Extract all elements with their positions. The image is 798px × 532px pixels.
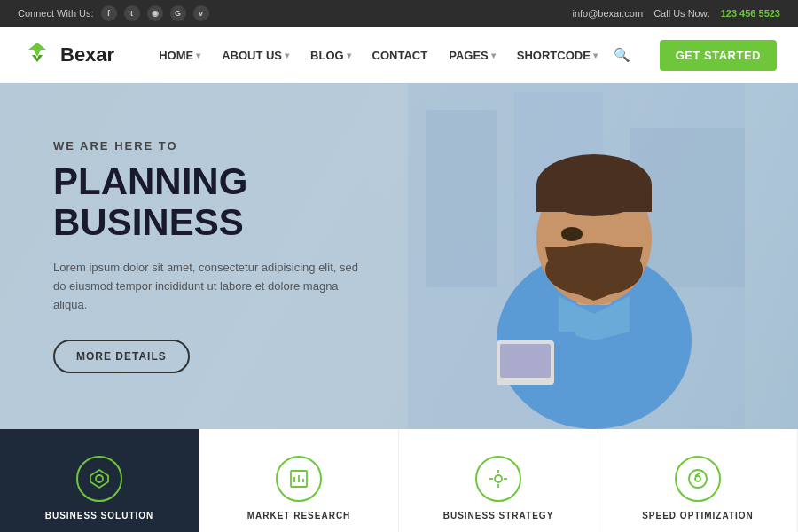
svg-marker-14 [90, 470, 108, 488]
connect-label: Connect With Us: [18, 8, 94, 19]
header: Bexar HOME ABOUT US BLOG CONTACT PAGES S… [0, 27, 798, 83]
card-label-0: BUSINESS SOLUTION [45, 511, 154, 520]
nav-shortcode[interactable]: SHORTCODE [508, 42, 606, 69]
more-details-button[interactable]: MORE DETAILS [53, 340, 190, 373]
nav-pages[interactable]: PAGES [440, 42, 505, 69]
card-label-2: BUSINESS STRATEGY [443, 511, 554, 520]
card-label-3: SPEED OPTIMIZATION [642, 511, 754, 520]
social-facebook[interactable]: f [101, 5, 117, 21]
top-bar-right: info@bexar.com Call Us Now: 123 456 5523 [572, 8, 780, 19]
nav-about[interactable]: ABOUT US [213, 42, 298, 69]
speed-optimization-icon [675, 456, 721, 502]
social-twitter[interactable]: t [124, 5, 140, 21]
business-strategy-icon [475, 456, 521, 502]
market-research-icon [276, 456, 322, 502]
card-market-research: MARKET RESEARCH [200, 429, 399, 532]
business-solution-icon [76, 456, 122, 502]
hero-description: Lorem ipsum dolor sit amet, consectetur … [53, 259, 372, 314]
call-label: Call Us Now: [653, 8, 710, 19]
email-label: info@bexar.com [572, 8, 643, 19]
hero-title: PLANNING BUSINESS [53, 161, 390, 243]
cards-section: BUSINESS SOLUTION MARKET RESEARCH BUSINE… [0, 429, 798, 532]
phone-number: 123 456 5523 [721, 8, 780, 19]
nav-home[interactable]: HOME [150, 42, 209, 69]
hero-content: WE ARE HERE TO PLANNING BUSINESS Lorem i… [0, 139, 443, 373]
get-started-button[interactable]: GET STARTED [660, 40, 777, 71]
main-nav: HOME ABOUT US BLOG CONTACT PAGES SHORTCO… [150, 42, 633, 69]
svg-rect-8 [536, 185, 652, 212]
hero-section: WE ARE HERE TO PLANNING BUSINESS Lorem i… [0, 83, 798, 429]
top-bar-left: Connect With Us: f t ◉ G v [18, 5, 209, 21]
search-icon[interactable]: 🔍 [614, 47, 630, 63]
svg-point-25 [695, 476, 700, 481]
card-label-1: MARKET RESEARCH [247, 511, 351, 520]
card-speed-optimization: SPEED OPTIMIZATION [598, 429, 798, 532]
logo-icon [21, 39, 53, 71]
logo-text: Bexar [60, 43, 114, 66]
card-business-solution: BUSINESS SOLUTION [0, 429, 200, 532]
social-vimeo[interactable]: v [193, 5, 209, 21]
social-rss[interactable]: ◉ [147, 5, 163, 21]
svg-point-10 [561, 227, 583, 241]
hero-person-image [408, 83, 745, 429]
top-bar: Connect With Us: f t ◉ G v info@bexar.co… [0, 0, 798, 27]
person-svg [408, 83, 745, 429]
hero-subtitle: WE ARE HERE TO [53, 139, 390, 153]
nav-blog[interactable]: BLOG [301, 42, 360, 69]
svg-point-15 [96, 475, 103, 482]
social-google[interactable]: G [170, 5, 186, 21]
svg-rect-13 [500, 344, 551, 378]
svg-point-20 [495, 475, 502, 482]
logo[interactable]: Bexar [21, 39, 114, 71]
nav-contact[interactable]: CONTACT [364, 42, 437, 69]
card-business-strategy: BUSINESS STRATEGY [399, 429, 598, 532]
